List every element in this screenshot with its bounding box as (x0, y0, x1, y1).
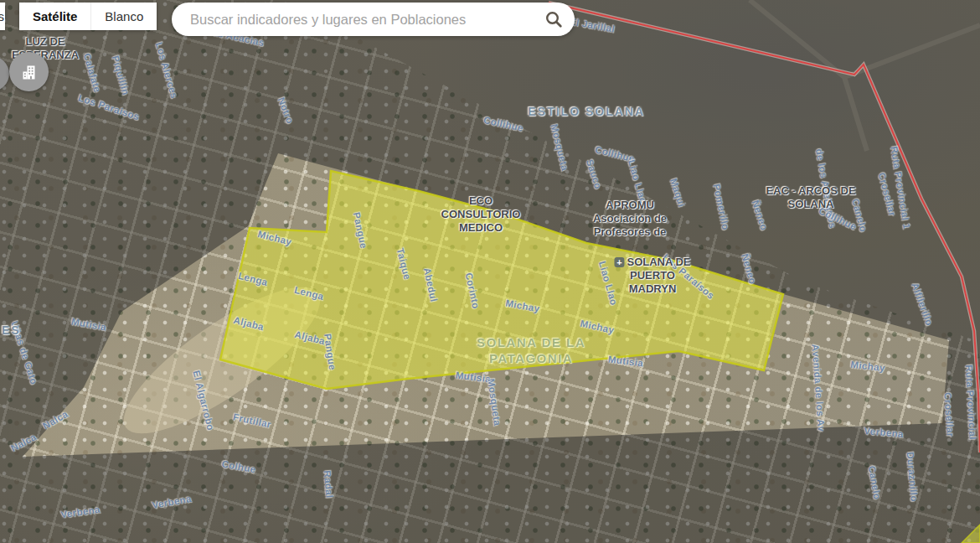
buildings-button[interactable] (9, 52, 49, 91)
buildings-icon (20, 63, 39, 81)
search-bar (172, 3, 575, 36)
map-overlays (0, 0, 980, 543)
search-input[interactable] (188, 11, 544, 28)
maptype-control: Satélite Blanco (19, 3, 157, 30)
search-icon[interactable] (544, 10, 563, 28)
maptype-fragment-button[interactable]: s (0, 3, 5, 30)
maptype-blanco-button[interactable]: Blanco (90, 3, 157, 30)
map-canvas[interactable]: Las AcaciasEl JarillalCalafatePiquillínL… (0, 0, 980, 543)
maptype-satellite-button[interactable]: Satélite (19, 3, 90, 30)
